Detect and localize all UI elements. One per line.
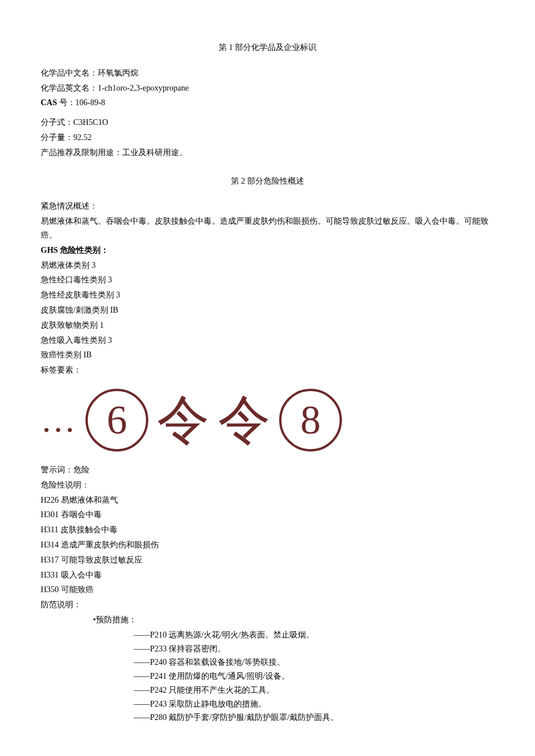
pictogram-row: … 6 令 令 8 xyxy=(41,389,494,452)
signal-word: 警示词：危险 xyxy=(41,463,494,477)
name-en: 化学品英文名：1-ch1oro-2,3-epoxypropane xyxy=(41,81,494,95)
prevention-block: •预防措施： ——P210 远离热源/火花/明火/热表面。禁止吸烟。 ——P23… xyxy=(93,613,494,725)
hstatement: H311 皮肤接触会中毒 xyxy=(41,523,494,537)
pstatement: ——P243 采取防止静电放电的措施。 xyxy=(134,697,494,711)
ghs-cat: 急性经口毒性类别 3 xyxy=(41,273,494,287)
emergency-body: 易燃液体和蒸气。吞咽会中毒。皮肤接触会中毒。造成严重皮肤灼伤和眼损伤。可能导致皮… xyxy=(41,214,494,242)
ling-glyph-icon: 令 xyxy=(218,394,270,446)
ghs-cat: 皮肤腐蚀/刺激类别 IB xyxy=(41,303,494,317)
hazard-header: 危险性说明： xyxy=(41,478,494,492)
pstatement: ——P242 只能使用不产生火花的工具。 xyxy=(134,683,494,697)
ghs-cat: 皮肤致敏物类别 1 xyxy=(41,318,494,332)
pstatement: ——P233 保持容器密闭。 xyxy=(134,642,494,656)
ling-glyph-icon: 令 xyxy=(157,394,209,446)
name-cn: 化学品中文名：环氧氯丙烷 xyxy=(41,66,494,80)
recommended-use: 产品推荐及限制用途：工业及科研用途。 xyxy=(41,146,494,160)
hstatement: H317 可能导致皮肤过敏反应 xyxy=(41,553,494,567)
dots-icon: … xyxy=(41,390,77,450)
circle-6-icon: 6 xyxy=(85,389,148,452)
cas-value: 号：106-89-8 xyxy=(57,98,105,107)
section1-title: 第 1 部分化学品及企业标识 xyxy=(41,41,494,55)
emergency-header: 紧急情况概述： xyxy=(41,199,494,213)
hstatement: H331 吸入会中毒 xyxy=(41,568,494,582)
hstatement: H226 易燃液体和蒸气 xyxy=(41,493,494,507)
hstatement: H350 可能致癌 xyxy=(41,583,494,597)
ghs-cat: 急性经皮肤毒性类别 3 xyxy=(41,288,494,302)
ghs-cat: 易燃液体类别 3 xyxy=(41,259,494,273)
pstatement: ——P280 戴防护手套/穿防护服/戴防护眼罩/戴防护面具。 xyxy=(134,711,494,725)
hstatement: H314 造成严重皮肤灼伤和眼损伤 xyxy=(41,538,494,552)
cas-line: CAS 号：106-89-8 xyxy=(41,96,494,110)
pstatement: ——P210 远离热源/火花/明火/热表面。禁止吸烟。 xyxy=(134,628,494,642)
ghs-cat: 急性吸入毒性类别 3 xyxy=(41,334,494,347)
formula: 分子式：C3H5C1O xyxy=(41,116,494,130)
circle-8-icon: 8 xyxy=(279,389,342,452)
ghs-header: GHS 危险性类别： xyxy=(41,243,494,257)
ghs-cat: 致癌性类别 IB xyxy=(41,348,494,362)
precaution-header: 防范说明： xyxy=(41,598,494,612)
cas-label: CAS xyxy=(41,98,57,107)
label-elements: 标签要素： xyxy=(41,363,494,377)
section2-title: 第 2 部分危险性概述 xyxy=(41,174,494,188)
hstatement: H301 吞咽会中毒 xyxy=(41,508,494,522)
molecular-weight: 分子量：92.52 xyxy=(41,131,494,145)
pstatement: ——P240 容器和装载设备接地/等势联接。 xyxy=(134,655,494,669)
prevention-subhead: •预防措施： xyxy=(93,613,494,627)
pstatement: ——P241 使用防爆的电气/通风/照明/设备。 xyxy=(134,669,494,683)
